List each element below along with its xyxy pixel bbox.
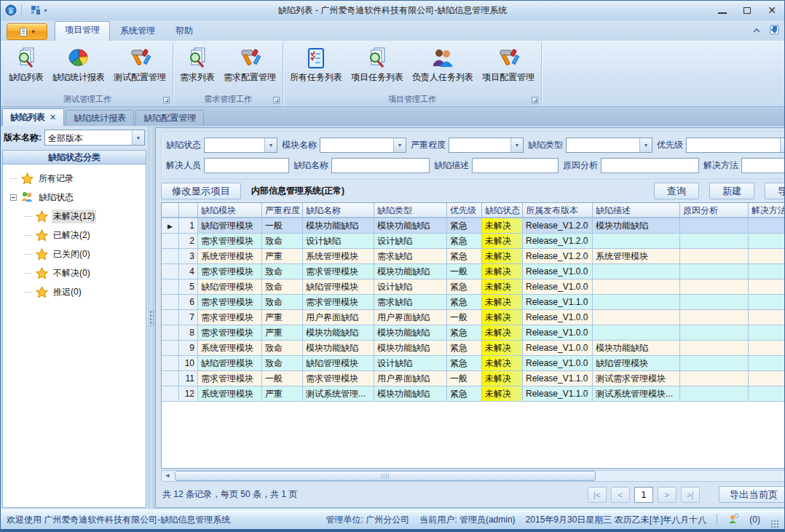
document-tab-3[interactable]: 缺陷配置管理	[135, 110, 204, 126]
page-number-input[interactable]	[634, 487, 653, 503]
ribbon-button[interactable]: 缺陷列表	[5, 44, 47, 85]
column-header-9[interactable]: 原因分析	[680, 203, 749, 218]
collapse-ribbon-icon[interactable]	[752, 26, 761, 36]
ribbon-button[interactable]: 测试配置管理	[110, 44, 170, 85]
table-cell: 需求管理模块	[198, 234, 262, 248]
dialog-launcher-icon[interactable]	[163, 97, 170, 103]
document-tab-1[interactable]: 缺陷列表✕	[2, 108, 64, 126]
column-header-8[interactable]: 缺陷描述	[593, 203, 680, 218]
ribbon-tab-2[interactable]: 系统管理	[110, 22, 165, 41]
filter-combo-input[interactable]	[449, 138, 510, 152]
import-button[interactable]: 导入	[765, 183, 784, 199]
chevron-down-icon[interactable]: ▼	[132, 130, 144, 145]
chevron-down-icon[interactable]: ▼	[780, 138, 784, 152]
close-tab-icon[interactable]: ✕	[50, 114, 56, 122]
help-icon[interactable]	[768, 24, 780, 38]
filter-text-input[interactable]	[601, 158, 699, 173]
column-header-3[interactable]: 缺陷名称	[303, 203, 374, 218]
table-row[interactable]: 12系统管理模块严重测试系统管理...模块功能缺陷紧急未解决Release_V1…	[162, 386, 784, 402]
ribbon-button[interactable]: 需求配置管理	[220, 44, 280, 85]
message-user-icon[interactable]	[727, 513, 739, 527]
column-header-2[interactable]: 严重程度	[262, 203, 303, 218]
query-button[interactable]: 查询	[654, 183, 699, 199]
filter-text-input[interactable]	[472, 158, 559, 173]
last-page-button[interactable]: >|	[681, 487, 700, 503]
ribbon-button[interactable]: 项目任务列表	[347, 44, 407, 85]
dialog-launcher-icon[interactable]	[273, 97, 280, 103]
minimize-button[interactable]	[710, 2, 735, 18]
filter-combobox[interactable]: ▼	[320, 138, 406, 153]
prev-page-button[interactable]: <	[611, 487, 630, 503]
ribbon-button[interactable]: 负责人任务列表	[409, 44, 477, 85]
quick-access-icon[interactable]	[31, 5, 41, 15]
table-cell	[680, 218, 749, 233]
filter-combobox[interactable]: ▼	[566, 138, 652, 153]
scrollbar-track[interactable]: ||||	[173, 471, 784, 481]
table-cell	[749, 356, 784, 370]
scrollbar-thumb[interactable]: ||||	[175, 471, 596, 481]
filter-combobox[interactable]: ▼	[449, 138, 524, 153]
chevron-down-icon[interactable]: ▼	[393, 138, 406, 152]
filter-text-input[interactable]	[204, 158, 289, 173]
column-header-10[interactable]: 解决方法	[749, 203, 784, 218]
table-row[interactable]: 3系统管理模块严重系统管理模块需求缺陷紧急未解决Release_V1.2.0系统…	[162, 249, 784, 264]
document-tab-2[interactable]: 缺陷统计报表	[66, 110, 134, 126]
filter-combo-input[interactable]	[567, 138, 639, 152]
filter-combo-input[interactable]	[205, 138, 264, 152]
tree-item-7[interactable]: 推迟(0)	[4, 282, 144, 301]
filter-combobox[interactable]: ▼	[686, 138, 784, 153]
dialog-launcher-icon[interactable]	[532, 97, 538, 103]
horizontal-scrollbar[interactable]: ◄ |||| ►	[161, 470, 784, 482]
table-cell: 紧急	[447, 386, 482, 401]
tree-item-5[interactable]: 已关闭(0)	[4, 245, 144, 263]
chevron-down-icon[interactable]: ▼	[639, 138, 652, 152]
first-page-button[interactable]: |<	[588, 487, 607, 503]
column-header-5[interactable]: 优先级	[447, 203, 482, 218]
column-header-4[interactable]: 缺陷类型	[374, 203, 447, 218]
ribbon-button[interactable]: 需求列表	[176, 44, 218, 85]
tree-item-6[interactable]: 不解决(0)	[4, 263, 144, 282]
table-row[interactable]: 11需求管理模块一般需求管理模块用户界面缺陷一般未解决Release_V1.1.…	[162, 371, 784, 386]
ribbon-button[interactable]: 项目配置管理	[478, 44, 538, 85]
ribbon-button[interactable]: 所有任务列表	[286, 44, 346, 85]
table-row[interactable]: 7需求管理模块严重用户界面缺陷用户界面缺陷一般未解决Release_V1.0.0	[162, 310, 784, 325]
table-cell: 模块功能缺陷	[374, 325, 447, 340]
ribbon-tab-1[interactable]: 项目管理	[55, 21, 110, 41]
maximize-button[interactable]	[735, 2, 760, 18]
collapse-icon[interactable]	[10, 194, 17, 201]
table-row[interactable]: ▶1缺陷管理模块一般模块功能缺陷模块功能缺陷紧急未解决Release_V1.2.…	[162, 218, 784, 234]
table-row[interactable]: 5缺陷管理模块致命缺陷管理模块设计缺陷紧急未解决Release_V1.0.0	[162, 279, 784, 295]
column-header-7[interactable]: 所属发布版本	[523, 203, 593, 218]
ribbon-button[interactable]: 缺陷统计报表	[49, 44, 109, 85]
ribbon-tab-3[interactable]: 帮助	[165, 22, 203, 41]
tree-item-3[interactable]: 未解决(12)	[4, 207, 144, 226]
filter-combo-input[interactable]	[687, 138, 780, 152]
table-row[interactable]: 6需求管理模块致命需求管理模块需求缺陷紧急未解决Release_V1.1.0	[162, 295, 784, 310]
filter-text-input[interactable]	[331, 158, 430, 173]
tree-item-1[interactable]: 所有记录	[4, 169, 144, 188]
table-row[interactable]: 10缺陷管理模块致命缺陷管理模块设计缺陷紧急未解决Release_V1.0.0缺…	[162, 356, 784, 371]
table-row[interactable]: 8需求管理模块严重模块功能缺陷模块功能缺陷紧急未解决Release_V1.0.0	[162, 325, 784, 341]
table-row[interactable]: 4需求管理模块致命需求管理模块模块功能缺陷一般未解决Release_V1.0.0	[162, 264, 784, 279]
filter-combo-input[interactable]	[320, 138, 393, 152]
chevron-down-icon[interactable]: ▼	[510, 138, 523, 152]
filter-combobox[interactable]: ▼	[204, 138, 277, 153]
quick-access-caret-icon[interactable]: ▼	[43, 8, 48, 13]
application-menu-button[interactable]: ▼	[7, 23, 47, 40]
modify-columns-button[interactable]: 修改显示项目	[161, 183, 241, 199]
chevron-down-icon[interactable]: ▼	[264, 138, 277, 152]
table-row[interactable]: 2需求管理模块致命设计缺陷设计缺陷紧急未解决Release_V1.2.0	[162, 234, 784, 249]
export-current-page-button[interactable]: 导出当前页	[719, 486, 784, 503]
new-button[interactable]: 新建	[709, 183, 754, 199]
panel-splitter[interactable]	[148, 126, 154, 509]
table-row[interactable]: 9系统管理模块致命模块功能缺陷模块功能缺陷紧急未解决Release_V1.0.0…	[162, 341, 784, 356]
column-header-6[interactable]: 缺陷状态	[482, 203, 523, 218]
next-page-button[interactable]: >	[658, 487, 676, 503]
tree-item-2[interactable]: 缺陷状态	[4, 188, 144, 207]
close-button[interactable]: ✕	[760, 2, 784, 18]
tree-item-4[interactable]: 已解决(2)	[4, 226, 144, 245]
version-combobox[interactable]: 全部版本 ▼	[44, 130, 145, 146]
scroll-left-icon[interactable]: ◄	[162, 471, 173, 481]
filter-text-input[interactable]	[741, 158, 784, 173]
column-header-1[interactable]: 缺陷模块	[198, 203, 262, 218]
